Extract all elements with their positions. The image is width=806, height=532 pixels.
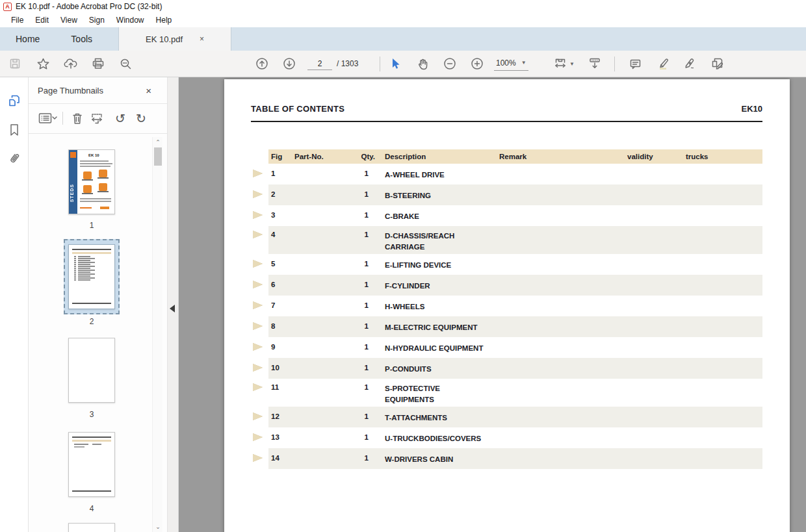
table-row[interactable]: 9 1 N-HYDRAULIC EQUIPMENT: [268, 337, 762, 358]
cover-truck-image: [99, 170, 107, 177]
page-number-input[interactable]: [307, 57, 332, 70]
thumbnail-page-2-selected[interactable]: [64, 239, 120, 314]
cell-qty: 1: [346, 364, 369, 372]
thumbnail-page-1[interactable]: STEDS EK 10: [68, 149, 115, 214]
select-tool-button[interactable]: [387, 51, 403, 77]
menu-window[interactable]: Window: [110, 14, 150, 26]
cell-qty: 1: [346, 211, 369, 219]
tab-document[interactable]: EK 10.pdf ×: [118, 27, 231, 51]
link-arrow-icon[interactable]: [253, 364, 263, 372]
main-toolbar: / 1303 100% ▼ ▼: [0, 51, 806, 77]
cell-description: S-PROTECTIVE EQUIPMENTS: [385, 383, 749, 405]
link-arrow-icon[interactable]: [253, 211, 263, 219]
sign-button[interactable]: [682, 51, 698, 77]
page-thumbnails-panel-button[interactable]: [6, 93, 22, 108]
rotate-right-button[interactable]: ↻: [133, 110, 150, 127]
menu-edit[interactable]: Edit: [29, 14, 55, 26]
tab-home[interactable]: Home: [0, 27, 55, 51]
table-row[interactable]: 8 1 M-ELECTRIC EQUIPMENT: [268, 316, 762, 337]
cover-blue-band: STEDS: [69, 150, 77, 214]
cell-qty: 1: [346, 383, 369, 391]
zoom-out-button[interactable]: [442, 51, 458, 77]
thumbnails-scrollbar[interactable]: ⌃ ⌄: [152, 137, 162, 532]
previous-page-button[interactable]: [254, 51, 270, 77]
fill-and-sign-button[interactable]: [710, 51, 725, 77]
share-button[interactable]: [63, 51, 79, 77]
table-row[interactable]: 14 1 W-DRIVERS CABIN: [268, 448, 762, 469]
link-arrow-icon[interactable]: [253, 454, 263, 462]
panel-divider: [29, 103, 167, 104]
page-scrolling-icon: [588, 57, 602, 71]
bookmarks-panel-button[interactable]: [6, 122, 22, 138]
toolbar-divider: [380, 57, 380, 71]
link-arrow-icon[interactable]: [253, 301, 263, 309]
thumbnail-page-3[interactable]: [68, 338, 115, 403]
zoom-level-dropdown[interactable]: 100% ▼: [494, 51, 528, 77]
table-row[interactable]: 3 1 C-BRAKE: [268, 205, 762, 226]
search-button[interactable]: [118, 51, 133, 77]
tab-close-icon[interactable]: ×: [200, 34, 204, 44]
save-button[interactable]: [7, 51, 23, 77]
cell-description: U-TRUCKBODIES/COVERS: [385, 433, 749, 444]
table-row[interactable]: 12 1 T-ATTACHMENTS: [268, 407, 762, 427]
table-row[interactable]: 1 1 A-WHEEL DRIVE: [268, 164, 762, 184]
toc-mini-header: [72, 252, 111, 254]
scrollbar-thumb[interactable]: [154, 147, 162, 166]
page-title: TABLE OF CONTENTS: [251, 104, 344, 114]
table-row[interactable]: 10 1 P-CONDUITS: [268, 358, 762, 379]
resize-pages-button[interactable]: [88, 110, 105, 127]
hand-tool-button[interactable]: [415, 51, 430, 77]
fit-width-button[interactable]: ▼: [552, 51, 576, 77]
link-arrow-icon[interactable]: [253, 260, 263, 268]
next-page-button[interactable]: [281, 51, 297, 77]
chevron-down-icon: ▼: [521, 60, 526, 66]
panel-splitter[interactable]: [168, 77, 179, 532]
table-row[interactable]: 2 1 B-STEERING: [268, 184, 762, 205]
table-row[interactable]: 6 1 F-CYLINDER: [268, 275, 762, 296]
menu-file[interactable]: File: [5, 14, 29, 26]
printer-icon: [92, 57, 105, 70]
scrolling-mode-button[interactable]: [587, 51, 603, 77]
table-row[interactable]: 4 1 D-CHASSIS/REACH CARRIAGE: [268, 226, 762, 254]
cell-fig: 10: [271, 364, 280, 372]
link-arrow-icon[interactable]: [253, 190, 263, 198]
panel-close-icon[interactable]: ×: [146, 85, 151, 96]
rotate-left-button[interactable]: ↺: [112, 110, 129, 127]
zoom-in-button[interactable]: [469, 51, 485, 77]
cover-truck-image: [83, 185, 92, 193]
menu-sign[interactable]: Sign: [83, 14, 110, 26]
link-arrow-icon[interactable]: [253, 281, 263, 288]
favorite-button[interactable]: [35, 51, 51, 77]
link-arrow-icon[interactable]: [253, 433, 263, 441]
cell-fig: 6: [271, 281, 275, 288]
link-arrow-icon[interactable]: [253, 322, 263, 330]
link-arrow-icon[interactable]: [253, 231, 263, 238]
link-arrow-icon[interactable]: [253, 412, 263, 420]
comment-button[interactable]: [627, 51, 643, 77]
cell-description: E-LIFTING DEVICE: [385, 260, 749, 271]
table-row[interactable]: 13 1 U-TRUCKBODIES/COVERS: [268, 427, 762, 448]
print-button[interactable]: [90, 51, 106, 77]
table-row[interactable]: 7 1 H-WHEELS: [268, 296, 762, 316]
menu-help[interactable]: Help: [150, 14, 178, 26]
collapse-panel-icon[interactable]: [170, 305, 175, 312]
highlight-button[interactable]: [655, 51, 671, 77]
tab-tools[interactable]: Tools: [55, 27, 108, 51]
menu-view[interactable]: View: [55, 14, 83, 26]
cell-qty: 1: [346, 454, 369, 462]
link-arrow-icon[interactable]: [253, 170, 263, 177]
link-arrow-icon[interactable]: [253, 383, 263, 391]
thumbnail-page-5[interactable]: [68, 523, 115, 532]
left-nav-strip: [0, 77, 29, 532]
table-row[interactable]: 11 1 S-PROTECTIVE EQUIPMENTS: [268, 379, 762, 407]
scroll-up-icon[interactable]: ⌃: [153, 139, 163, 146]
thumbnail-page-4[interactable]: [68, 432, 115, 497]
thumbnail-options-button[interactable]: [36, 110, 58, 127]
table-row[interactable]: 5 1 E-LIFTING DEVICE: [268, 254, 762, 275]
delete-pages-button[interactable]: [69, 110, 86, 127]
cell-fig: 13: [271, 433, 280, 441]
link-arrow-icon[interactable]: [253, 343, 263, 351]
paperclip-icon: [7, 151, 21, 166]
attachments-panel-button[interactable]: [6, 151, 22, 166]
scroll-down-icon[interactable]: ⌄: [153, 524, 163, 530]
